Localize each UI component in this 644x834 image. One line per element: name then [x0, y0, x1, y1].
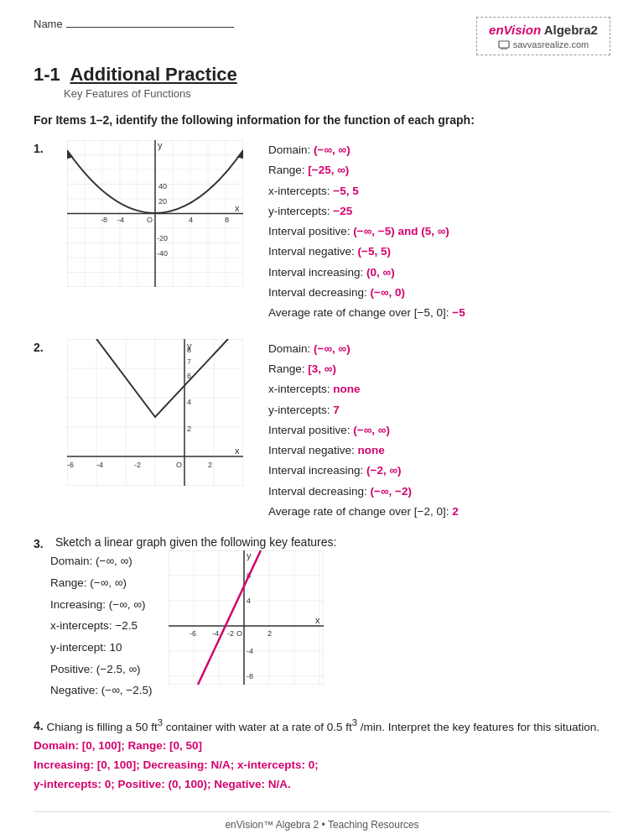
svg-text:-2: -2 [134, 461, 141, 469]
item-3-number: 3. [34, 535, 50, 550]
subtitle: Key Features of Functions [64, 87, 610, 100]
instructions: For Items 1–2, identify the following in… [34, 113, 610, 127]
monitor-icon [498, 40, 510, 50]
svg-text:4: 4 [189, 216, 193, 224]
item-3-prompt: Sketch a linear graph given the followin… [55, 535, 336, 549]
svg-rect-62 [169, 550, 324, 685]
svg-text:-2: -2 [227, 629, 234, 638]
item-4-section: 4. Chiang is filling a 50 ft3 container … [34, 715, 610, 795]
svg-text:O: O [147, 216, 153, 224]
item-2-number: 2. [34, 339, 50, 354]
svg-text:2: 2 [187, 425, 191, 433]
svg-text:x: x [235, 203, 240, 213]
svg-text:4: 4 [247, 597, 251, 605]
website-text: savvasrealize.com [513, 39, 589, 50]
svg-text:-4: -4 [247, 647, 253, 655]
svg-text:O: O [176, 461, 182, 469]
svg-text:-8: -8 [247, 672, 253, 680]
svg-text:40: 40 [158, 182, 167, 190]
item-2-graph: y x O -6 -4 -2 2 2 4 6 8 7 [67, 339, 252, 488]
svg-text:x: x [235, 446, 240, 456]
footer: enVision™ Algebra 2 • Teaching Resources [34, 811, 610, 831]
svg-text:x: x [315, 615, 320, 625]
svg-text:O: O [236, 629, 242, 638]
svg-text:-6: -6 [67, 461, 74, 469]
svg-text:20: 20 [158, 197, 167, 206]
svg-text:-20: -20 [157, 234, 168, 242]
svg-text:8: 8 [225, 216, 229, 224]
svg-text:-4: -4 [212, 629, 219, 638]
svg-text:7: 7 [187, 357, 191, 366]
brand-box: enVision Algebra2 savvasrealize.com [476, 17, 610, 55]
item-4-prompt-mid: container with water at a rate of 0.5 ft [166, 720, 352, 732]
svg-text:2: 2 [267, 629, 272, 638]
svg-text:-40: -40 [157, 249, 168, 258]
svg-text:-4: -4 [117, 216, 124, 224]
svg-text:4: 4 [187, 398, 191, 406]
item-1-info: Domain: (−∞, ∞) Range: [−25, ∞) x-interc… [268, 140, 610, 324]
item-3-section: 3. Sketch a linear graph given the follo… [34, 535, 610, 701]
svg-text:8: 8 [187, 346, 191, 354]
item-4-prompt-before: Chiang is filling a 50 ft [47, 720, 158, 732]
item-4-number: 4. [34, 717, 47, 732]
item-3-content: Domain: (−∞, ∞) Range: (−∞, ∞) Increasin… [50, 550, 610, 701]
item-3-graph: y x O -6 -4 -2 2 4 8 -4 -8 [169, 550, 336, 687]
page-title: 1-1 Additional Practice [34, 64, 610, 86]
item-2-row: 2. y x [34, 339, 610, 523]
item-4-sup2: 3 [352, 717, 357, 727]
svg-text:2: 2 [208, 461, 212, 469]
item-3-svg: y x O -6 -4 -2 2 4 8 -4 -8 [169, 550, 324, 685]
item-4-answer2: Increasing: [0, 100]; Decreasing: N/A; x… [34, 758, 319, 771]
svg-text:y: y [247, 550, 252, 560]
item-1-row: 1. [34, 140, 610, 324]
svg-text:-4: -4 [96, 461, 103, 469]
brand-name: enVision Algebra2 [487, 23, 600, 37]
brand-website: savvasrealize.com [487, 39, 600, 50]
svg-text:-8: -8 [101, 216, 107, 224]
item-2-svg: y x O -6 -4 -2 2 2 4 6 8 7 [67, 339, 243, 486]
svg-text:y: y [158, 140, 163, 150]
item-1-graph: y x O -8 -4 4 8 40 20 -20 -40 [67, 140, 252, 289]
name-label: Name [34, 18, 63, 30]
item-3-left: Domain: (−∞, ∞) Range: (−∞, ∞) Increasin… [50, 550, 152, 701]
item-4-sup1: 3 [158, 717, 163, 727]
item-1-number: 1. [34, 140, 50, 155]
item-2-info: Domain: (−∞, ∞) Range: [3, ∞) x-intercep… [268, 339, 610, 523]
svg-text:-6: -6 [190, 629, 196, 638]
item-4-answer3: y-intercepts: 0; Positive: (0, 100); Neg… [34, 778, 291, 790]
item-4-answer: Domain: [0, 100]; Range: [0, 50] [34, 739, 202, 752]
item-4-prompt-end: /min. Interpret the key features for thi… [361, 720, 600, 732]
svg-rect-0 [499, 41, 509, 48]
item-1-svg: y x O -8 -4 4 8 40 20 -20 -40 [67, 140, 243, 287]
